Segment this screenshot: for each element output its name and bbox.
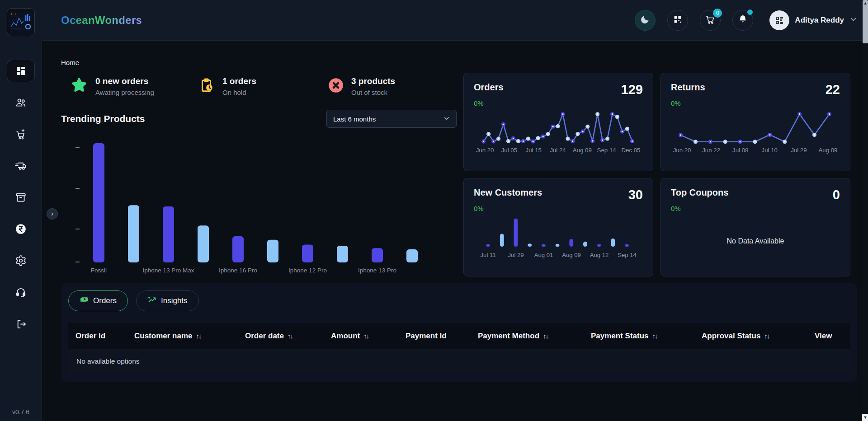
column-header-amount[interactable]: Amount↑↓ bbox=[331, 332, 406, 341]
scroll-up-arrow[interactable]: ▲ bbox=[862, 1, 868, 5]
svg-text:Iphone 13 Pro Max: Iphone 13 Pro Max bbox=[142, 267, 194, 274]
sidebar-item-dashboard[interactable] bbox=[7, 60, 35, 82]
sidebar-item-customers[interactable] bbox=[7, 91, 35, 114]
brand-logo: OceanWonders bbox=[61, 14, 142, 27]
notification-dot bbox=[747, 9, 753, 15]
new-customers-chart: Jul 11Jul 29Aug 01Aug 09Aug 12Sep 14 bbox=[474, 216, 643, 262]
svg-text:Jul 29: Jul 29 bbox=[791, 147, 807, 154]
no-data-message: No Data Available bbox=[671, 219, 840, 264]
chevron-down-icon bbox=[443, 115, 450, 123]
cart-button[interactable]: 0 bbox=[700, 10, 721, 31]
orders-value: 129 bbox=[621, 82, 643, 97]
cart-plus-icon bbox=[15, 128, 27, 140]
stat-out-of-stock: 3 products Out of stock bbox=[328, 76, 457, 96]
sidebar-item-shipping[interactable] bbox=[7, 154, 35, 177]
stats-row: 0 new orders Awating processing bbox=[61, 76, 457, 96]
svg-text:Dec 05: Dec 05 bbox=[621, 147, 640, 154]
scrollbar-thumb[interactable] bbox=[863, 0, 868, 43]
avatar bbox=[769, 10, 789, 30]
svg-text:Sep 14: Sep 14 bbox=[597, 147, 616, 154]
trending-arrow-icon bbox=[147, 295, 156, 307]
column-header-order-date[interactable]: Order date↑↓ bbox=[245, 332, 331, 341]
column-header-payment-id: Payment Id bbox=[406, 332, 478, 341]
cart-badge: 0 bbox=[713, 9, 722, 18]
returns-value: 22 bbox=[826, 82, 840, 97]
scroll-down-arrow[interactable]: ▼ bbox=[862, 414, 868, 421]
period-select[interactable]: Last 6 months bbox=[326, 110, 457, 128]
truck-icon bbox=[15, 160, 27, 172]
apps-menu-button[interactable] bbox=[667, 10, 688, 31]
svg-text:Iphone 16 Pro: Iphone 16 Pro bbox=[219, 267, 257, 274]
clipboard-clock-icon bbox=[199, 77, 215, 95]
x-circle-icon bbox=[328, 77, 344, 95]
gear-icon bbox=[15, 255, 27, 267]
orders-panel: Orders Insights Order idCustom bbox=[61, 283, 857, 382]
orders-trend-chart: Jun 20Jul 05Jul 15Jul 24Aug 09Sep 14Dec … bbox=[474, 111, 643, 157]
theme-toggle-button[interactable] bbox=[635, 10, 656, 31]
stat-on-hold: 1 orders On hold bbox=[199, 76, 328, 96]
page-scrollbar[interactable]: ▲ ▼ bbox=[862, 0, 868, 421]
app-version: v0.7.6 bbox=[0, 408, 42, 416]
main-area: OceanWonders bbox=[42, 0, 868, 421]
logout-icon bbox=[15, 318, 27, 330]
sort-icon: ↑↓ bbox=[363, 332, 368, 340]
sidebar-expand-button[interactable]: › bbox=[47, 208, 58, 220]
cash-icon bbox=[80, 295, 89, 307]
svg-text:Jul 11: Jul 11 bbox=[481, 252, 496, 258]
sidebar-item-products[interactable] bbox=[7, 186, 35, 209]
trending-products-chart: FossilIphone 13 Pro MaxIphone 16 ProIpho… bbox=[61, 131, 457, 276]
column-header-order-id: Order id bbox=[75, 332, 134, 341]
top-coupons-value: 0 bbox=[833, 187, 840, 202]
app-window: v0.7.6 OceanWonders bbox=[0, 0, 862, 421]
users-icon bbox=[15, 97, 27, 108]
top-grid: 0 new orders Awating processing bbox=[61, 73, 857, 276]
sort-icon: ↑↓ bbox=[288, 332, 292, 340]
svg-text:Jul 15: Jul 15 bbox=[526, 147, 542, 154]
new-customers-percent: 0% bbox=[474, 205, 643, 212]
sidebar-item-payments[interactable] bbox=[7, 218, 35, 240]
sidebar-item-support[interactable] bbox=[7, 281, 35, 304]
column-header-customer-name[interactable]: Customer name↑↓ bbox=[134, 332, 245, 341]
left-column: 0 new orders Awating processing bbox=[61, 73, 457, 276]
rupee-coin-icon bbox=[15, 223, 27, 235]
svg-text:Aug 09: Aug 09 bbox=[562, 252, 581, 258]
sidebar-item-settings[interactable] bbox=[7, 249, 35, 272]
svg-text:Aug 09: Aug 09 bbox=[573, 147, 592, 154]
bell-icon bbox=[737, 14, 748, 27]
svg-text:Jun 20: Jun 20 bbox=[673, 147, 691, 154]
kpi-cards-grid: Orders 129 0% Jun 20Jul 05Jul 15Jul 24Au… bbox=[463, 73, 850, 276]
table-empty-row: No available options bbox=[68, 349, 850, 374]
orders-card: Orders 129 0% Jun 20Jul 05Jul 15Jul 24Au… bbox=[463, 73, 653, 171]
tab-orders[interactable]: Orders bbox=[68, 290, 128, 311]
sidebar-item-logout[interactable] bbox=[7, 313, 35, 335]
sidebar: v0.7.6 bbox=[0, 0, 42, 421]
page-content: Home 0 new orders Aw bbox=[42, 41, 868, 421]
svg-text:Fossil: Fossil bbox=[91, 267, 107, 274]
app-logo-thumbnail bbox=[7, 8, 35, 36]
svg-text:Iphone 13 Pro: Iphone 13 Pro bbox=[358, 267, 396, 274]
user-menu[interactable]: Aditya Reddy bbox=[769, 10, 857, 30]
returns-trend-chart: Jun 20Jun 22Jul 08Jul 10Jul 29Aug 09 bbox=[671, 111, 840, 157]
moon-icon bbox=[640, 14, 651, 27]
table-header-row: Order idCustomer name↑↓Order date↑↓Amoun… bbox=[68, 323, 850, 349]
top-coupons-card: Top Coupons 0 0% No Data Available bbox=[660, 178, 850, 276]
column-header-payment-status[interactable]: Payment Status↑↓ bbox=[591, 332, 702, 341]
dashboard-icon bbox=[15, 65, 26, 76]
orders-percent: 0% bbox=[474, 99, 643, 107]
chevron-down-icon bbox=[849, 15, 857, 25]
svg-text:Jul 08: Jul 08 bbox=[732, 147, 748, 154]
tab-insights[interactable]: Insights bbox=[136, 290, 199, 311]
column-header-approval-status[interactable]: Approval Status↑↓ bbox=[702, 332, 815, 341]
apps-grid-icon bbox=[673, 15, 682, 26]
column-header-payment-method[interactable]: Payment Method↑↓ bbox=[478, 332, 591, 341]
svg-text:Iphone 12 Pro: Iphone 12 Pro bbox=[288, 267, 327, 274]
notifications-button[interactable] bbox=[732, 10, 753, 31]
user-name: Aditya Reddy bbox=[795, 16, 844, 25]
sidebar-item-add-order[interactable] bbox=[7, 123, 35, 145]
breadcrumb[interactable]: Home bbox=[61, 59, 79, 66]
svg-text:Jun 20: Jun 20 bbox=[476, 147, 494, 154]
svg-text:Jul 24: Jul 24 bbox=[550, 147, 566, 154]
svg-text:Jul 29: Jul 29 bbox=[508, 252, 524, 258]
sort-icon: ↑↓ bbox=[764, 332, 769, 340]
archive-box-icon bbox=[15, 192, 27, 203]
